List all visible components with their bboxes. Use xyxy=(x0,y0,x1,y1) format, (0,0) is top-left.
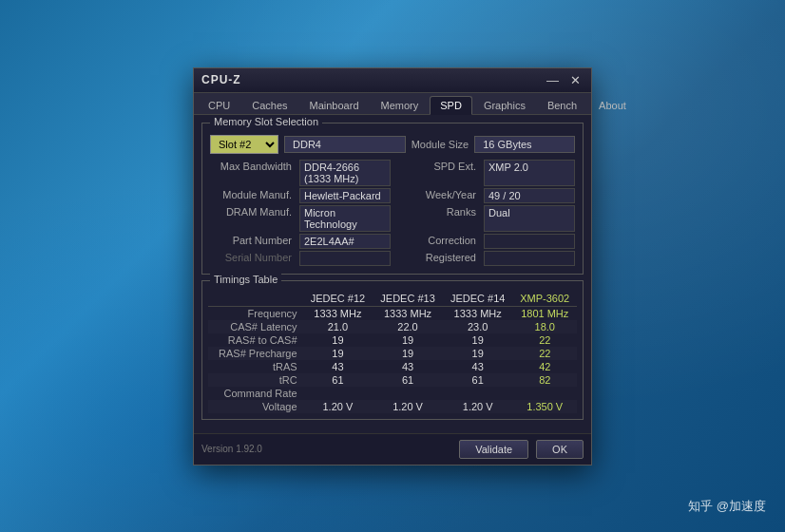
memory-slot-content: Slot #2 DDR4 Module Size 16 GBytes Max B… xyxy=(202,124,583,274)
timings-content: JEDEC #12 JEDEC #13 JEDEC #14 XMP-3602 F… xyxy=(202,281,583,419)
timings-cell-6-0 xyxy=(303,387,373,400)
timings-cell-3-3: 22 xyxy=(513,347,578,360)
part-number-value: 2E2L4AA# xyxy=(299,234,391,249)
ranks-value: Dual xyxy=(484,205,575,232)
timings-cell-5-2: 61 xyxy=(443,373,513,387)
timings-cell-3-2: 19 xyxy=(443,347,513,360)
validate-button[interactable]: Validate xyxy=(459,440,528,459)
info-grid: Max Bandwidth DDR4-2666 (1333 MHz) SPD E… xyxy=(210,160,575,266)
timings-cell-0-0: 1333 MHz xyxy=(303,306,373,320)
max-bw-label: Max Bandwidth xyxy=(210,160,296,186)
serial-number-label: Serial Number xyxy=(210,251,296,266)
timings-cell-5-3: 82 xyxy=(513,373,578,387)
timings-cell-5-0: 61 xyxy=(303,373,373,387)
timings-cell-4-3: 42 xyxy=(513,360,578,373)
tab-graphics[interactable]: Graphics xyxy=(473,96,536,114)
max-bw-value: DDR4-2666 (1333 MHz) xyxy=(299,160,391,186)
timings-cell-2-2: 19 xyxy=(443,333,513,347)
timings-col-header-3: JEDEC #14 xyxy=(443,291,513,307)
window-title: CPU-Z xyxy=(201,73,241,86)
tab-caches[interactable]: Caches xyxy=(241,96,297,114)
titlebar: CPU-Z — ✕ xyxy=(194,68,591,93)
timings-cell-0-3: 1801 MHz xyxy=(513,306,578,320)
timings-cell-0-2: 1333 MHz xyxy=(443,306,513,320)
close-button[interactable]: ✕ xyxy=(567,73,584,87)
timings-cell-1-0: 21.0 xyxy=(303,320,373,333)
timings-col-header-2: JEDEC #13 xyxy=(373,291,443,307)
cpu-z-window: CPU-Z — ✕ CPU Caches Mainboard Memory SP… xyxy=(193,67,592,466)
tab-cpu[interactable]: CPU xyxy=(198,96,240,114)
minimize-button[interactable]: — xyxy=(544,73,562,87)
timings-col-header-1: JEDEC #12 xyxy=(303,291,373,307)
timings-row: Frequency1333 MHz1333 MHz1333 MHz1801 MH… xyxy=(208,306,577,320)
timings-cell-6-2 xyxy=(443,387,513,400)
timings-cell-0-1: 1333 MHz xyxy=(373,306,443,320)
slot-row: Slot #2 DDR4 Module Size 16 GBytes xyxy=(210,135,575,154)
timings-cell-7-1: 1.20 V xyxy=(373,400,443,413)
module-size-label: Module Size xyxy=(412,139,469,150)
ddr-type-label: DDR4 xyxy=(284,136,406,153)
tab-memory[interactable]: Memory xyxy=(371,96,430,114)
spd-ext-label: SPD Ext. xyxy=(394,160,480,186)
timings-cell-4-2: 43 xyxy=(443,360,513,373)
spd-ext-value: XMP 2.0 xyxy=(484,160,575,186)
timings-row: tRAS43434342 xyxy=(208,360,577,373)
tab-bench[interactable]: Bench xyxy=(537,96,587,114)
timings-row-label-5: tRC xyxy=(208,373,303,387)
timings-row-label-4: tRAS xyxy=(208,360,303,373)
timings-cell-6-3 xyxy=(513,387,578,400)
footer-buttons: Validate OK xyxy=(459,440,584,459)
registered-value xyxy=(484,251,575,266)
version-text: Version 1.92.0 xyxy=(201,444,262,454)
footer: Version 1.92.0 Validate OK xyxy=(194,433,591,465)
tab-bar: CPU Caches Mainboard Memory SPD Graphics… xyxy=(194,93,591,115)
correction-label: Correction xyxy=(394,234,480,249)
timings-col-header-0 xyxy=(208,291,303,307)
timings-cell-2-0: 19 xyxy=(303,333,373,347)
timings-row: Voltage1.20 V1.20 V1.20 V1.350 V xyxy=(208,400,577,413)
dram-manuf-value: Micron Technology xyxy=(299,205,391,232)
timings-cell-6-1 xyxy=(373,387,443,400)
tab-about[interactable]: About xyxy=(588,96,637,114)
timings-row: tRC61616182 xyxy=(208,373,577,387)
content-area: Memory Slot Selection Slot #2 DDR4 Modul… xyxy=(194,115,591,433)
timings-cell-4-1: 43 xyxy=(373,360,443,373)
timings-cell-7-2: 1.20 V xyxy=(443,400,513,413)
window-controls: — ✕ xyxy=(544,73,584,87)
slot-select[interactable]: Slot #2 xyxy=(210,135,278,154)
timings-row: RAS# Precharge19191922 xyxy=(208,347,577,360)
timings-cell-2-3: 22 xyxy=(513,333,578,347)
timings-cell-1-2: 23.0 xyxy=(443,320,513,333)
timings-row-label-7: Voltage xyxy=(208,400,303,413)
ok-button[interactable]: OK xyxy=(536,440,584,459)
timings-group: Timings Table JEDEC #12 JEDEC #13 JEDEC … xyxy=(201,280,584,420)
dram-manuf-label: DRAM Manuf. xyxy=(210,205,296,232)
timings-cell-7-0: 1.20 V xyxy=(303,400,373,413)
timings-row-label-1: CAS# Latency xyxy=(208,320,303,333)
week-year-value: 49 / 20 xyxy=(484,188,575,203)
memory-slot-group-label: Memory Slot Selection xyxy=(210,116,322,127)
registered-label: Registered xyxy=(394,251,480,266)
timings-table: JEDEC #12 JEDEC #13 JEDEC #14 XMP-3602 F… xyxy=(208,291,577,413)
part-number-label: Part Number xyxy=(210,234,296,249)
watermark: 知乎 @加速度 xyxy=(688,498,766,515)
timings-row: Command Rate xyxy=(208,387,577,400)
module-manuf-value: Hewlett-Packard xyxy=(299,188,391,203)
timings-row: RAS# to CAS#19191922 xyxy=(208,333,577,347)
timings-row-label-0: Frequency xyxy=(208,306,303,320)
serial-number-value xyxy=(299,251,391,266)
tab-mainboard[interactable]: Mainboard xyxy=(299,96,370,114)
week-year-label: Week/Year xyxy=(394,188,480,203)
timings-cell-1-3: 18.0 xyxy=(513,320,578,333)
timings-row-label-6: Command Rate xyxy=(208,387,303,400)
timings-cell-3-0: 19 xyxy=(303,347,373,360)
module-manuf-label: Module Manuf. xyxy=(210,188,296,203)
timings-row: CAS# Latency21.022.023.018.0 xyxy=(208,320,577,333)
timings-header-row: JEDEC #12 JEDEC #13 JEDEC #14 XMP-3602 xyxy=(208,291,577,307)
timings-row-label-3: RAS# Precharge xyxy=(208,347,303,360)
timings-cell-5-1: 61 xyxy=(373,373,443,387)
timings-col-header-4: XMP-3602 xyxy=(513,291,578,307)
timings-cell-7-3: 1.350 V xyxy=(513,400,578,413)
timings-cell-3-1: 19 xyxy=(373,347,443,360)
tab-spd[interactable]: SPD xyxy=(430,96,472,115)
